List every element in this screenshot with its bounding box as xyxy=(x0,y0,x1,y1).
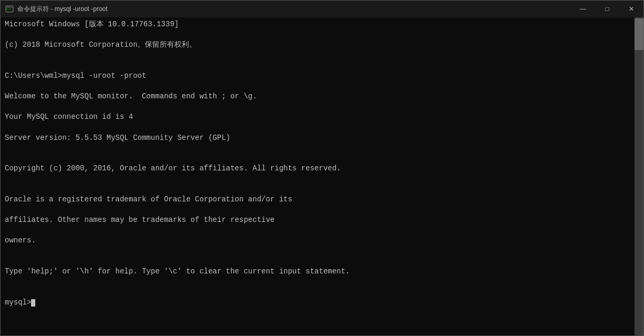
titlebar: C:\ 命令提示符 - mysql -uroot -proot — □ ✕ xyxy=(1,1,643,17)
terminal-line: C:\Users\wml>mysql -uroot -proot xyxy=(5,71,630,82)
terminal-output[interactable]: Microsoft Windows [版本 10.0.17763.1339] (… xyxy=(1,17,635,335)
terminal-line: Type 'help;' or '\h' for help. Type '\c'… xyxy=(5,267,630,277)
scrollbar[interactable] xyxy=(635,17,643,335)
terminal-line: Welcome to the MySQL monitor. Commands e… xyxy=(5,91,630,102)
terminal-line: Microsoft Windows [版本 10.0.17763.1339] xyxy=(5,19,630,30)
terminal-line: mysql> xyxy=(5,298,630,308)
close-button[interactable]: ✕ xyxy=(619,1,643,17)
svg-text:C:\: C:\ xyxy=(6,7,11,11)
window-controls: — □ ✕ xyxy=(571,1,643,17)
cmd-window: C:\ 命令提示符 - mysql -uroot -proot — □ ✕ Mi… xyxy=(0,0,644,336)
terminal-cursor xyxy=(31,299,35,307)
scrollbar-thumb[interactable] xyxy=(635,18,643,50)
window-title: 命令提示符 - mysql -uroot -proot xyxy=(17,5,639,14)
terminal-line: Your MySQL connection id is 4 xyxy=(5,112,630,123)
content-area: Microsoft Windows [版本 10.0.17763.1339] (… xyxy=(1,17,643,335)
window-icon: C:\ xyxy=(5,4,14,14)
terminal-line: (c) 2018 Microsoft Corporation。保留所有权利。 xyxy=(5,40,630,50)
terminal-line: Copyright (c) 2000, 2016, Oracle and/or … xyxy=(5,164,630,174)
terminal-line: owners. xyxy=(5,236,630,246)
terminal-line: affiliates. Other names may be trademark… xyxy=(5,215,630,226)
minimize-button[interactable]: — xyxy=(571,1,595,17)
terminal-line: Oracle is a registered trademark of Orac… xyxy=(5,195,630,205)
maximize-button[interactable]: □ xyxy=(595,1,619,17)
terminal-line: Server version: 5.5.53 MySQL Community S… xyxy=(5,133,630,144)
